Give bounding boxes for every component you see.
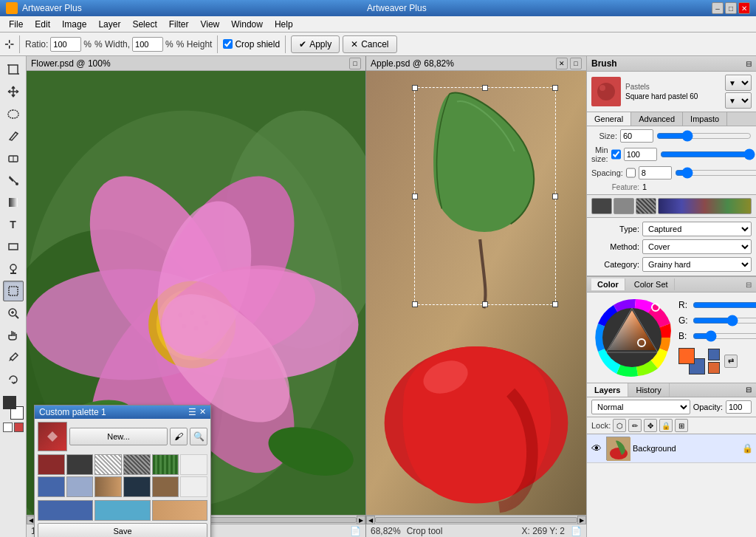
palette-paint-btn[interactable]: 🖌 bbox=[170, 428, 188, 445]
foreground-color-swatch[interactable] bbox=[3, 396, 16, 409]
sel-handle-mr[interactable] bbox=[552, 194, 558, 199]
palette-swatch-0[interactable] bbox=[38, 454, 65, 475]
menu-item-edit[interactable]: Edit bbox=[29, 18, 56, 31]
layers-tab-layers[interactable]: Layers bbox=[587, 383, 628, 397]
layers-tab-history[interactable]: History bbox=[628, 383, 669, 397]
apple-scroll-right[interactable]: ▶ bbox=[577, 516, 586, 524]
lock-artboard-btn[interactable]: ⊞ bbox=[675, 419, 688, 432]
minimize-button[interactable]: – bbox=[712, 2, 724, 14]
palette-menu-icon[interactable]: ☰ bbox=[188, 407, 196, 417]
brush-sel-dark[interactable] bbox=[591, 198, 612, 214]
crop-tool-button[interactable] bbox=[3, 59, 24, 80]
apple-scroll-left[interactable]: ◀ bbox=[366, 516, 375, 524]
menu-item-filter[interactable]: Filter bbox=[163, 18, 195, 31]
quick-mask-btn[interactable] bbox=[14, 423, 24, 432]
layer-visibility-btn[interactable]: 👁 bbox=[590, 442, 603, 455]
brush-tab-impasto[interactable]: Impasto bbox=[683, 112, 727, 126]
size-input[interactable] bbox=[620, 129, 653, 143]
lock-transparency-btn[interactable]: ⬡ bbox=[613, 419, 626, 432]
apple-canvas-maximize[interactable]: □ bbox=[570, 58, 582, 69]
menu-item-window[interactable]: Window bbox=[225, 18, 269, 31]
palette-bottom-1[interactable] bbox=[94, 500, 150, 521]
minsize-slider[interactable] bbox=[660, 149, 755, 160]
hand-tool-button[interactable] bbox=[3, 325, 24, 346]
sel-handle-bl[interactable] bbox=[412, 301, 418, 307]
size-slider[interactable] bbox=[656, 131, 752, 141]
eraser-tool-button[interactable] bbox=[3, 148, 24, 168]
close-button[interactable]: ✕ bbox=[738, 2, 750, 14]
flower-canvas-maximize[interactable]: □ bbox=[349, 58, 361, 69]
sel-handle-br[interactable] bbox=[552, 301, 558, 307]
cancel-button[interactable]: ✕ Cancel bbox=[343, 35, 396, 53]
zoom-tool-button[interactable] bbox=[3, 303, 24, 324]
palette-swatch-4[interactable] bbox=[152, 454, 179, 475]
gradient-tool-button[interactable] bbox=[3, 192, 24, 213]
menu-item-view[interactable]: View bbox=[194, 18, 225, 31]
menu-item-image[interactable]: Image bbox=[56, 18, 92, 31]
apple-h-scrollbar[interactable]: ◀ ▶ bbox=[366, 515, 586, 524]
color-tab-color[interactable]: Color bbox=[591, 278, 625, 290]
lock-move-btn[interactable]: ✥ bbox=[644, 419, 657, 432]
color-tab-colorset[interactable]: Color Set bbox=[628, 278, 675, 290]
rotate-tool-button[interactable] bbox=[3, 369, 24, 390]
color-panel-expand[interactable]: ⊟ bbox=[746, 281, 752, 289]
palette-swatch-9[interactable] bbox=[123, 476, 151, 497]
color-swatch-main[interactable] bbox=[708, 362, 720, 374]
palette-search-btn[interactable]: 🔍 bbox=[190, 428, 207, 445]
opacity-input[interactable] bbox=[726, 400, 752, 414]
sel-handle-ml[interactable] bbox=[412, 194, 418, 199]
move-tool-button[interactable] bbox=[3, 81, 24, 102]
apple-scroll-track[interactable] bbox=[375, 517, 577, 523]
palette-swatch-7[interactable] bbox=[66, 476, 94, 497]
brush-sel-mid[interactable] bbox=[614, 198, 634, 214]
sel-handle-tm[interactable] bbox=[482, 85, 488, 91]
color-wheel-container[interactable] bbox=[591, 297, 673, 378]
brush-tab-general[interactable]: General bbox=[587, 112, 631, 126]
lasso-tool-button[interactable] bbox=[3, 103, 24, 124]
ratio-input[interactable] bbox=[50, 37, 81, 52]
sel-handle-bm[interactable] bbox=[482, 301, 488, 307]
brush-sel-pattern[interactable] bbox=[636, 198, 656, 214]
g-slider[interactable] bbox=[693, 316, 756, 325]
shape-tool-button[interactable] bbox=[3, 236, 24, 257]
brush-pattern-select[interactable]: ▼ bbox=[725, 92, 752, 109]
maximize-button[interactable]: □ bbox=[725, 2, 737, 14]
normal-mode-btn[interactable] bbox=[3, 423, 13, 432]
fg-swatch-display[interactable] bbox=[678, 348, 695, 364]
method-select[interactable]: Cover Mask bbox=[642, 239, 752, 254]
swap-colors-btn[interactable]: ⇄ bbox=[724, 355, 738, 368]
menu-item-file[interactable]: File bbox=[3, 18, 29, 31]
palette-bottom-2[interactable] bbox=[152, 500, 207, 521]
sel-handle-tl[interactable] bbox=[412, 85, 418, 91]
layer-row-background[interactable]: 👁 Background 🔒 bbox=[587, 434, 756, 463]
palette-bottom-0[interactable] bbox=[38, 500, 93, 521]
color-swatch-extra[interactable] bbox=[708, 349, 720, 360]
palette-swatch-11[interactable] bbox=[180, 476, 207, 497]
bucket-tool-button[interactable] bbox=[3, 170, 24, 191]
brush-panel-expand[interactable]: ⊟ bbox=[746, 60, 752, 68]
spacing-checkbox[interactable] bbox=[626, 168, 636, 178]
layers-blend-mode[interactable]: Normal bbox=[591, 400, 690, 414]
minsize-input[interactable] bbox=[624, 148, 657, 161]
type-select[interactable]: Captured Computed bbox=[642, 222, 752, 236]
paint-tool-button[interactable] bbox=[3, 126, 24, 146]
palette-save-button[interactable]: Save bbox=[38, 523, 207, 537]
palette-swatch-8[interactable] bbox=[94, 476, 122, 497]
category-select[interactable]: Grainy hard Soft bbox=[642, 257, 752, 272]
text-tool-button[interactable]: T bbox=[3, 214, 24, 235]
b-slider[interactable] bbox=[693, 332, 756, 341]
palette-swatch-3[interactable] bbox=[123, 454, 151, 475]
brush-shape-select[interactable]: ▼ bbox=[725, 75, 752, 91]
palette-swatch-10[interactable] bbox=[152, 476, 179, 497]
flower-scroll-right[interactable]: ▶ bbox=[357, 516, 365, 524]
menu-item-help[interactable]: Help bbox=[269, 18, 299, 31]
select-rect-tool-button[interactable] bbox=[3, 281, 24, 301]
stamp-tool-button[interactable] bbox=[3, 259, 24, 279]
layers-expand[interactable]: ⊟ bbox=[741, 383, 756, 397]
menu-item-select[interactable]: Select bbox=[126, 18, 162, 31]
apple-canvas-close[interactable]: ✕ bbox=[556, 58, 568, 69]
palette-swatch-2[interactable] bbox=[94, 454, 122, 475]
palette-new-button[interactable]: New... bbox=[69, 428, 168, 445]
minsize-checkbox[interactable] bbox=[611, 149, 621, 160]
layer-lock-icon[interactable]: 🔒 bbox=[742, 443, 753, 454]
